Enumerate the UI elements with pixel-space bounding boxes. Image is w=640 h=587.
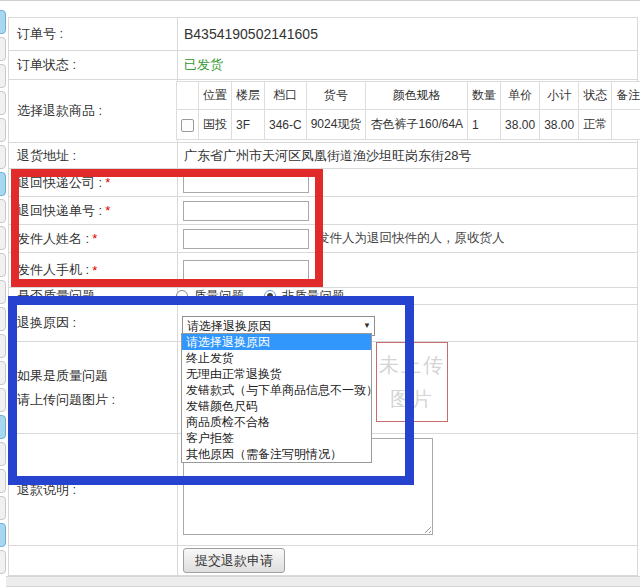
dropdown-option[interactable]: 请选择退换原因: [182, 334, 371, 350]
dock-tab[interactable]: [0, 280, 6, 304]
dropdown-option[interactable]: 终止发货: [182, 350, 371, 366]
sender-phone-label: 发件人手机 :: [17, 261, 89, 279]
dock-tab[interactable]: [0, 10, 6, 34]
row-quality-issue: 是否质量问题 质量问题 非质量问题: [9, 288, 637, 305]
sender-name-input[interactable]: [183, 229, 309, 249]
order-status-value: 已发货: [184, 56, 223, 74]
submit-refund-button[interactable]: 提交退款申请: [183, 548, 285, 573]
sender-name-hint: 发件人为退回快件的人，原收货人: [317, 230, 505, 247]
cell-color-spec: 杏色裤子160/64A: [366, 110, 468, 140]
dock-tab[interactable]: [0, 442, 6, 466]
col-color-spec: 颜色规格: [366, 82, 468, 110]
cell-floor: 3F: [232, 110, 265, 140]
sender-name-label: 发件人姓名 :: [17, 230, 89, 248]
dock-tab[interactable]: [0, 37, 6, 61]
dock-tab[interactable]: [0, 64, 6, 88]
courier-company-label: 退回快递公司 :: [17, 174, 102, 192]
return-reason-dropdown-list: 请选择退换原因 终止发货 无理由正常退换货 发错款式（与下单商品信息不一致） 发…: [181, 333, 372, 463]
product-picker-label: 选择退款商品 :: [9, 80, 178, 142]
radio-quality-issue-label[interactable]: 质量问题: [194, 288, 244, 305]
bottom-bar: [6, 576, 640, 587]
radio-not-quality-issue-label[interactable]: 非质量问题: [282, 288, 345, 305]
col-position: 位置: [199, 82, 232, 110]
dock-tab[interactable]: [0, 388, 6, 412]
tracking-number-input[interactable]: [183, 201, 309, 221]
row-sender-phone: 发件人手机 :*: [9, 253, 637, 288]
cell-item-no: 9024现货: [306, 110, 366, 140]
dock-tab[interactable]: [0, 550, 6, 574]
cell-unit-price: 38.00: [501, 110, 540, 140]
row-product-picker: 选择退款商品 : 位置 楼层 档口 货号 颜色规格 数量 单价 小计 状态 备注: [9, 80, 637, 143]
order-status-label: 订单状态 :: [9, 51, 178, 79]
return-address-label: 退货地址 :: [9, 143, 178, 168]
row-sender-name: 发件人姓名 :* 发件人为退回快件的人，原收货人: [9, 225, 637, 253]
return-address-value: 广东省广州市天河区凤凰街道渔沙坦旺岗东街28号: [184, 147, 471, 165]
dock-tab[interactable]: [0, 469, 6, 493]
dropdown-option[interactable]: 发错颜色尺码: [182, 398, 371, 414]
cell-status: 正常: [579, 110, 612, 140]
quality-issue-radio-group: 质量问题 非质量问题: [176, 288, 359, 305]
product-table-header-row: 位置 楼层 档口 货号 颜色规格 数量 单价 小计 状态 备注: [177, 82, 640, 110]
upload-placeholder-line2: 图片: [377, 382, 447, 416]
courier-company-input[interactable]: [183, 173, 309, 193]
upload-label-line2: 请上传问题图片 :: [17, 388, 115, 412]
dropdown-option[interactable]: 客户拒签: [182, 430, 371, 446]
dock-tab[interactable]: [0, 334, 6, 358]
required-asterisk: *: [92, 231, 97, 246]
dock-tab[interactable]: [0, 199, 6, 223]
cell-position: 国投: [199, 110, 232, 140]
row-submit: 提交退款申请: [9, 546, 637, 576]
dropdown-option[interactable]: 商品质检不合格: [182, 414, 371, 430]
radio-quality-issue[interactable]: [176, 290, 188, 302]
dock-tab[interactable]: [0, 415, 6, 439]
dock-tab[interactable]: [0, 118, 6, 142]
dock-tab[interactable]: [0, 361, 6, 385]
dock-tab[interactable]: [0, 91, 6, 115]
dropdown-option[interactable]: 其他原因（需备注写明情况）: [182, 446, 371, 462]
cell-qty: 1: [468, 110, 501, 140]
row-return-address: 退货地址 : 广东省广州市天河区凤凰街道渔沙坦旺岗东街28号: [9, 143, 637, 169]
row-order-number: 订单号 : B4354190502141605: [9, 18, 637, 51]
radio-not-quality-issue[interactable]: [264, 290, 276, 302]
dock-tab[interactable]: [0, 523, 6, 547]
dock-tab[interactable]: [0, 226, 6, 250]
required-asterisk: *: [92, 263, 97, 278]
quality-issue-label: 是否质量问题: [9, 288, 178, 304]
chevron-down-icon: ▼: [363, 322, 371, 330]
dropdown-option[interactable]: 无理由正常退换货: [182, 366, 371, 382]
cell-remark: [612, 110, 640, 140]
dock-tab[interactable]: [0, 253, 6, 277]
refund-form: 订单号 : B4354190502141605 订单状态 : 已发货 选择退款商…: [8, 17, 638, 576]
dock-tab[interactable]: [0, 307, 6, 331]
cell-stall: 346-C: [265, 110, 307, 140]
product-table-row: 国投 3F 346-C 9024现货 杏色裤子160/64A 1 38.00 3…: [177, 110, 640, 140]
col-item-no: 货号: [306, 82, 366, 110]
dock-tab[interactable]: [0, 172, 6, 196]
return-reason-label: 退换原因 :: [9, 305, 178, 341]
upload-placeholder-line1: 未上传: [377, 348, 447, 382]
row-tracking-number: 退回快递单号 :*: [9, 197, 637, 225]
dock-tab[interactable]: [0, 145, 6, 169]
product-table: 位置 楼层 档口 货号 颜色规格 数量 单价 小计 状态 备注 国投 3F 34…: [176, 81, 640, 140]
upload-label-line1: 如果是质量问题: [17, 364, 108, 388]
dropdown-option[interactable]: 发错款式（与下单商品信息不一致）: [182, 382, 371, 398]
checkbox-column-header: [177, 82, 199, 110]
col-floor: 楼层: [232, 82, 265, 110]
col-stall: 档口: [265, 82, 307, 110]
col-unit-price: 单价: [501, 82, 540, 110]
sender-phone-input[interactable]: [183, 260, 309, 280]
col-subtotal: 小计: [540, 82, 579, 110]
cell-subtotal: 38.00: [540, 110, 579, 140]
tracking-number-label: 退回快递单号 :: [17, 202, 102, 220]
top-border-line: [0, 0, 640, 1]
order-number-label: 订单号 :: [9, 18, 178, 50]
required-asterisk: *: [105, 175, 110, 190]
col-status: 状态: [579, 82, 612, 110]
return-reason-selected-value: 请选择退换原因: [187, 319, 271, 333]
required-asterisk: *: [105, 203, 110, 218]
dock-tab[interactable]: [0, 496, 6, 520]
row-courier-company: 退回快递公司 :*: [9, 169, 637, 197]
order-number-value: B4354190502141605: [184, 26, 318, 42]
product-checkbox[interactable]: [181, 119, 194, 132]
col-qty: 数量: [468, 82, 501, 110]
